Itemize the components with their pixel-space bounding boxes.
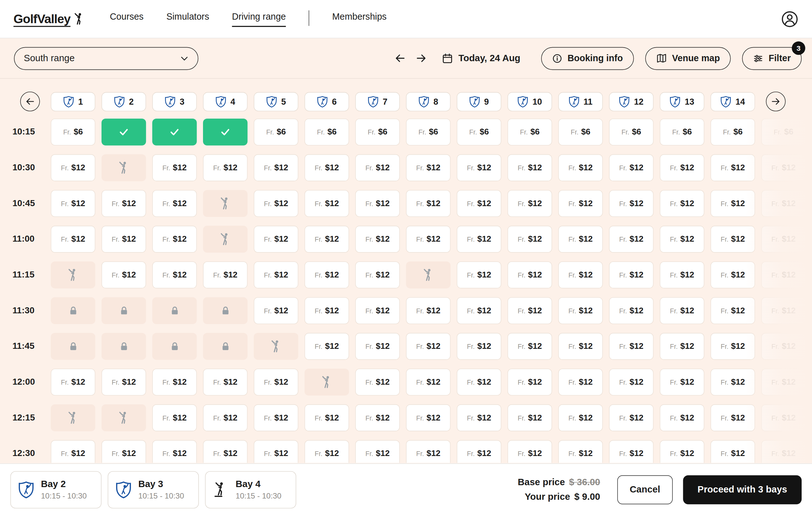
slot-price[interactable]: Fr.$12 [609, 154, 654, 181]
slot-price[interactable]: Fr.$12 [609, 297, 654, 324]
slot-price[interactable]: Fr.$12 [304, 154, 349, 181]
slot-price[interactable]: Fr.$12 [660, 333, 704, 360]
slot-price[interactable]: Fr.$12 [508, 404, 552, 431]
bay-chip-11[interactable]: 11 [558, 92, 603, 111]
slot-price[interactable]: Fr.$12 [710, 297, 755, 324]
slot-price[interactable]: Fr.$12 [558, 297, 603, 324]
slot-price[interactable]: Fr.$12 [355, 154, 400, 181]
slot-price[interactable]: Fr.$12 [660, 297, 704, 324]
slot-price[interactable]: Fr.$12 [660, 190, 704, 217]
slot-price[interactable]: Fr.$12 [761, 190, 806, 217]
proceed-button[interactable]: Proceed with 3 bays [683, 475, 802, 504]
slot-price[interactable]: Fr.$12 [508, 368, 552, 395]
slot-price[interactable]: Fr.$12 [660, 154, 704, 181]
slot-price[interactable]: Fr.$12 [51, 440, 95, 463]
slot-price[interactable]: Fr.$12 [203, 440, 248, 463]
bay-chip-3[interactable]: 3 [152, 92, 197, 111]
cancel-button[interactable]: Cancel [617, 475, 673, 504]
range-selector-dropdown[interactable]: South range [14, 47, 198, 70]
slot-price[interactable]: Fr.$12 [710, 226, 755, 253]
slot-price[interactable]: Fr.$6 [660, 119, 704, 146]
slot-price[interactable]: Fr.$12 [406, 404, 451, 431]
slot-price[interactable]: Fr.$12 [609, 368, 654, 395]
slot-price[interactable]: Fr.$12 [660, 368, 704, 395]
slot-price[interactable]: Fr.$12 [508, 297, 552, 324]
scroll-bays-left-button[interactable] [20, 92, 40, 111]
slot-price[interactable]: Fr.$12 [304, 404, 349, 431]
bay-chip-14[interactable]: 14 [710, 92, 755, 111]
slot-price[interactable]: Fr.$12 [508, 333, 552, 360]
slot-price[interactable]: Fr.$12 [304, 333, 349, 360]
slot-price[interactable]: Fr.$12 [406, 368, 451, 395]
nav-item-courses[interactable]: Courses [110, 11, 143, 27]
slot-price[interactable]: Fr.$12 [406, 297, 451, 324]
slot-selected[interactable] [203, 119, 248, 146]
slot-price[interactable]: Fr.$6 [761, 119, 806, 146]
slot-price[interactable]: Fr.$12 [710, 154, 755, 181]
slot-price[interactable]: Fr.$12 [761, 226, 806, 253]
next-day-button[interactable] [415, 52, 428, 64]
selected-bay-card-3[interactable]: Bay 3 10:15 - 10:30 [108, 471, 199, 508]
slot-price[interactable]: Fr.$6 [457, 119, 501, 146]
slot-price[interactable]: Fr.$12 [457, 297, 501, 324]
nav-item-simulators[interactable]: Simulators [166, 11, 209, 27]
slot-price[interactable]: Fr.$12 [152, 190, 197, 217]
slot-price[interactable]: Fr.$12 [558, 368, 603, 395]
slot-price[interactable]: Fr.$12 [355, 440, 400, 463]
bay-chip-1[interactable]: 1 [51, 92, 95, 111]
booking-info-button[interactable]: Booking info [541, 47, 634, 70]
slot-price[interactable]: Fr.$12 [508, 190, 552, 217]
slot-price[interactable]: Fr.$12 [102, 190, 146, 217]
slot-price[interactable]: Fr.$12 [609, 190, 654, 217]
venue-map-button[interactable]: Venue map [645, 47, 731, 70]
slot-price[interactable]: Fr.$12 [710, 261, 755, 288]
slot-price[interactable]: Fr.$12 [51, 154, 95, 181]
slot-price[interactable]: Fr.$12 [203, 261, 248, 288]
slot-price[interactable]: Fr.$12 [558, 190, 603, 217]
slot-price[interactable]: Fr.$12 [355, 404, 400, 431]
slot-price[interactable]: Fr.$12 [457, 226, 501, 253]
slot-price[interactable]: Fr.$12 [254, 226, 298, 253]
nav-item-memberships[interactable]: Memberships [332, 11, 387, 27]
slot-price[interactable]: Fr.$12 [254, 261, 298, 288]
slot-price[interactable]: Fr.$12 [660, 404, 704, 431]
slot-price[interactable]: Fr.$12 [102, 226, 146, 253]
slot-price[interactable]: Fr.$12 [304, 261, 349, 288]
slot-price[interactable]: Fr.$12 [304, 440, 349, 463]
slot-price[interactable]: Fr.$12 [761, 261, 806, 288]
bay-chip-2[interactable]: 2 [102, 92, 146, 111]
slot-price[interactable]: Fr.$12 [152, 368, 197, 395]
slot-price[interactable]: Fr.$12 [558, 154, 603, 181]
slot-price[interactable]: Fr.$12 [457, 261, 501, 288]
slot-price[interactable]: Fr.$12 [558, 226, 603, 253]
slot-price[interactable]: Fr.$12 [254, 297, 298, 324]
slot-selected[interactable] [152, 119, 197, 146]
slot-price[interactable]: Fr.$12 [304, 190, 349, 217]
bay-chip-8[interactable]: 8 [406, 92, 451, 111]
slot-price[interactable]: Fr.$12 [355, 226, 400, 253]
slot-price[interactable]: Fr.$6 [355, 119, 400, 146]
slot-price[interactable]: Fr.$6 [51, 119, 95, 146]
slot-price[interactable]: Fr.$12 [508, 440, 552, 463]
slot-price[interactable]: Fr.$6 [406, 119, 451, 146]
slot-price[interactable]: Fr.$12 [304, 297, 349, 324]
slot-price[interactable]: Fr.$12 [457, 154, 501, 181]
slot-price[interactable]: Fr.$12 [406, 190, 451, 217]
slot-price[interactable]: Fr.$12 [710, 404, 755, 431]
slot-price[interactable]: Fr.$12 [457, 190, 501, 217]
slot-price[interactable]: Fr.$12 [457, 368, 501, 395]
bay-chip-7[interactable]: 7 [355, 92, 400, 111]
slot-price[interactable]: Fr.$12 [710, 333, 755, 360]
slot-price[interactable]: Fr.$12 [355, 297, 400, 324]
slot-price[interactable]: Fr.$12 [406, 226, 451, 253]
prev-day-button[interactable] [394, 52, 406, 64]
slot-price[interactable]: Fr.$12 [102, 440, 146, 463]
account-button[interactable] [781, 10, 799, 28]
slot-price[interactable]: Fr.$12 [355, 261, 400, 288]
slot-price[interactable]: Fr.$12 [761, 440, 806, 463]
slot-price[interactable]: Fr.$12 [558, 404, 603, 431]
selected-bay-card-4[interactable]: Bay 4 10:15 - 10:30 [205, 471, 296, 508]
slot-price[interactable]: Fr.$12 [254, 404, 298, 431]
slot-price[interactable]: Fr.$12 [609, 261, 654, 288]
slot-price[interactable]: Fr.$12 [558, 261, 603, 288]
